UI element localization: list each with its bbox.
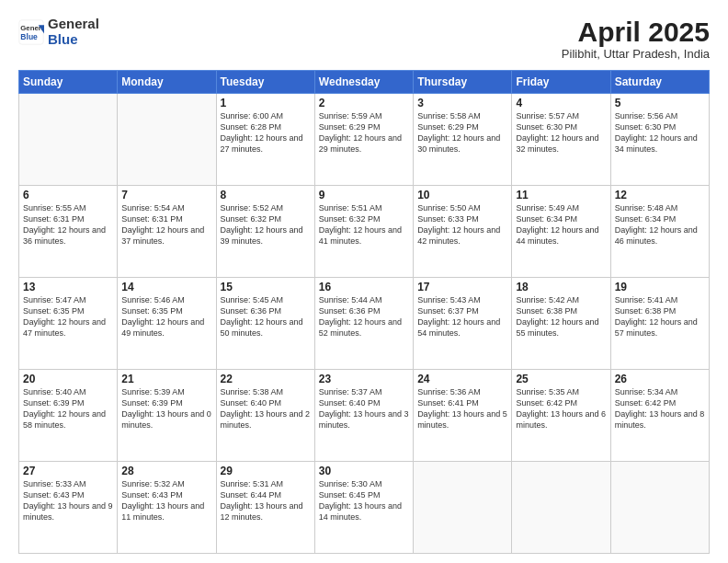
cell-day-number: 18 bbox=[516, 281, 606, 293]
cell-day-number: 16 bbox=[319, 281, 409, 293]
calendar-location: Pilibhit, Uttar Pradesh, India bbox=[562, 47, 710, 61]
cell-info: Sunrise: 5:49 AM Sunset: 6:34 PM Dayligh… bbox=[516, 202, 606, 247]
cell-info: Sunrise: 5:51 AM Sunset: 6:32 PM Dayligh… bbox=[319, 202, 409, 247]
calendar-cell: 11Sunrise: 5:49 AM Sunset: 6:34 PM Dayli… bbox=[512, 186, 610, 278]
calendar-cell bbox=[414, 462, 512, 554]
cell-info: Sunrise: 5:38 AM Sunset: 6:40 PM Dayligh… bbox=[221, 386, 311, 431]
title-area: April 2025 Pilibhit, Uttar Pradesh, Indi… bbox=[562, 17, 710, 61]
calendar-cell: 9Sunrise: 5:51 AM Sunset: 6:32 PM Daylig… bbox=[314, 186, 413, 278]
calendar-cell: 17Sunrise: 5:43 AM Sunset: 6:37 PM Dayli… bbox=[414, 278, 512, 370]
cell-info: Sunrise: 5:36 AM Sunset: 6:41 PM Dayligh… bbox=[417, 386, 507, 431]
cell-info: Sunrise: 5:34 AM Sunset: 6:42 PM Dayligh… bbox=[615, 386, 705, 431]
cell-day-number: 14 bbox=[121, 281, 211, 293]
cell-day-number: 17 bbox=[417, 281, 507, 293]
cell-info: Sunrise: 5:39 AM Sunset: 6:39 PM Dayligh… bbox=[121, 386, 211, 431]
cell-day-number: 22 bbox=[221, 373, 311, 385]
calendar-cell: 6Sunrise: 5:55 AM Sunset: 6:31 PM Daylig… bbox=[19, 186, 118, 278]
cell-day-number: 7 bbox=[121, 189, 211, 201]
calendar-cell: 22Sunrise: 5:38 AM Sunset: 6:40 PM Dayli… bbox=[216, 370, 314, 462]
calendar-cell: 15Sunrise: 5:45 AM Sunset: 6:36 PM Dayli… bbox=[216, 278, 314, 370]
cell-info: Sunrise: 5:45 AM Sunset: 6:36 PM Dayligh… bbox=[221, 294, 311, 339]
svg-text:Blue: Blue bbox=[20, 31, 38, 40]
cell-day-number: 28 bbox=[121, 465, 211, 477]
cell-day-number: 5 bbox=[615, 97, 705, 109]
cell-info: Sunrise: 5:31 AM Sunset: 6:44 PM Dayligh… bbox=[221, 478, 311, 523]
cell-info: Sunrise: 6:00 AM Sunset: 6:28 PM Dayligh… bbox=[221, 110, 311, 155]
cell-day-number: 3 bbox=[417, 97, 507, 109]
calendar-cell: 21Sunrise: 5:39 AM Sunset: 6:39 PM Dayli… bbox=[118, 370, 216, 462]
calendar-cell: 18Sunrise: 5:42 AM Sunset: 6:38 PM Dayli… bbox=[512, 278, 610, 370]
cell-day-number: 26 bbox=[615, 373, 705, 385]
calendar-cell: 26Sunrise: 5:34 AM Sunset: 6:42 PM Dayli… bbox=[610, 370, 709, 462]
cell-info: Sunrise: 5:59 AM Sunset: 6:29 PM Dayligh… bbox=[319, 110, 409, 155]
cell-day-number: 10 bbox=[417, 189, 507, 201]
cell-info: Sunrise: 5:55 AM Sunset: 6:31 PM Dayligh… bbox=[23, 202, 113, 247]
calendar-cell: 8Sunrise: 5:52 AM Sunset: 6:32 PM Daylig… bbox=[216, 186, 314, 278]
calendar-title: April 2025 bbox=[562, 17, 710, 47]
calendar-cell: 19Sunrise: 5:41 AM Sunset: 6:38 PM Dayli… bbox=[610, 278, 709, 370]
week-row-3: 13Sunrise: 5:47 AM Sunset: 6:35 PM Dayli… bbox=[19, 278, 710, 370]
cell-info: Sunrise: 5:40 AM Sunset: 6:39 PM Dayligh… bbox=[23, 386, 113, 431]
calendar-cell: 5Sunrise: 5:56 AM Sunset: 6:30 PM Daylig… bbox=[610, 94, 709, 186]
cell-day-number: 21 bbox=[121, 373, 211, 385]
calendar-cell bbox=[118, 94, 216, 186]
calendar-cell: 25Sunrise: 5:35 AM Sunset: 6:42 PM Dayli… bbox=[512, 370, 610, 462]
cell-info: Sunrise: 5:48 AM Sunset: 6:34 PM Dayligh… bbox=[615, 202, 705, 247]
weekday-header-wednesday: Wednesday bbox=[314, 71, 413, 94]
weekday-header-friday: Friday bbox=[512, 71, 610, 94]
logo-blue-text: Blue bbox=[48, 32, 99, 48]
calendar-cell: 20Sunrise: 5:40 AM Sunset: 6:39 PM Dayli… bbox=[19, 370, 118, 462]
cell-day-number: 1 bbox=[221, 97, 311, 109]
calendar-cell bbox=[512, 462, 610, 554]
weekday-header-sunday: Sunday bbox=[19, 71, 118, 94]
weekday-header-tuesday: Tuesday bbox=[216, 71, 314, 94]
cell-info: Sunrise: 5:54 AM Sunset: 6:31 PM Dayligh… bbox=[121, 202, 211, 247]
cell-day-number: 27 bbox=[23, 465, 113, 477]
calendar-cell: 29Sunrise: 5:31 AM Sunset: 6:44 PM Dayli… bbox=[216, 462, 314, 554]
weekday-header-thursday: Thursday bbox=[414, 71, 512, 94]
cell-day-number: 23 bbox=[319, 373, 409, 385]
cell-info: Sunrise: 5:56 AM Sunset: 6:30 PM Dayligh… bbox=[615, 110, 705, 155]
calendar-cell: 24Sunrise: 5:36 AM Sunset: 6:41 PM Dayli… bbox=[414, 370, 512, 462]
cell-info: Sunrise: 5:52 AM Sunset: 6:32 PM Dayligh… bbox=[221, 202, 311, 247]
cell-info: Sunrise: 5:44 AM Sunset: 6:36 PM Dayligh… bbox=[319, 294, 409, 339]
calendar-cell: 28Sunrise: 5:32 AM Sunset: 6:43 PM Dayli… bbox=[118, 462, 216, 554]
calendar-cell: 16Sunrise: 5:44 AM Sunset: 6:36 PM Dayli… bbox=[314, 278, 413, 370]
cell-info: Sunrise: 5:47 AM Sunset: 6:35 PM Dayligh… bbox=[23, 294, 113, 339]
cell-day-number: 25 bbox=[516, 373, 606, 385]
cell-info: Sunrise: 5:41 AM Sunset: 6:38 PM Dayligh… bbox=[615, 294, 705, 339]
page: General Blue General Blue April 2025 Pil… bbox=[0, 0, 728, 563]
cell-day-number: 29 bbox=[221, 465, 311, 477]
calendar-cell: 23Sunrise: 5:37 AM Sunset: 6:40 PM Dayli… bbox=[314, 370, 413, 462]
weekday-header-saturday: Saturday bbox=[610, 71, 709, 94]
cell-day-number: 12 bbox=[615, 189, 705, 201]
weekday-header-row: SundayMondayTuesdayWednesdayThursdayFrid… bbox=[19, 71, 710, 94]
logo-icon: General Blue bbox=[18, 19, 44, 45]
cell-day-number: 15 bbox=[221, 281, 311, 293]
cell-day-number: 6 bbox=[23, 189, 113, 201]
cell-info: Sunrise: 5:50 AM Sunset: 6:33 PM Dayligh… bbox=[417, 202, 507, 247]
cell-day-number: 19 bbox=[615, 281, 705, 293]
cell-day-number: 8 bbox=[221, 189, 311, 201]
week-row-2: 6Sunrise: 5:55 AM Sunset: 6:31 PM Daylig… bbox=[19, 186, 710, 278]
cell-day-number: 13 bbox=[23, 281, 113, 293]
calendar-cell: 27Sunrise: 5:33 AM Sunset: 6:43 PM Dayli… bbox=[19, 462, 118, 554]
cell-day-number: 24 bbox=[417, 373, 507, 385]
logo-general-text: General bbox=[48, 17, 99, 32]
cell-info: Sunrise: 5:32 AM Sunset: 6:43 PM Dayligh… bbox=[121, 478, 211, 523]
cell-day-number: 2 bbox=[319, 97, 409, 109]
cell-day-number: 4 bbox=[516, 97, 606, 109]
calendar-cell bbox=[610, 462, 709, 554]
calendar-cell: 1Sunrise: 6:00 AM Sunset: 6:28 PM Daylig… bbox=[216, 94, 314, 186]
cell-info: Sunrise: 5:43 AM Sunset: 6:37 PM Dayligh… bbox=[417, 294, 507, 339]
cell-info: Sunrise: 5:35 AM Sunset: 6:42 PM Dayligh… bbox=[516, 386, 606, 431]
week-row-5: 27Sunrise: 5:33 AM Sunset: 6:43 PM Dayli… bbox=[19, 462, 710, 554]
calendar-table: SundayMondayTuesdayWednesdayThursdayFrid… bbox=[18, 70, 710, 554]
cell-info: Sunrise: 5:33 AM Sunset: 6:43 PM Dayligh… bbox=[23, 478, 113, 523]
logo: General Blue General Blue bbox=[18, 17, 99, 47]
cell-info: Sunrise: 5:57 AM Sunset: 6:30 PM Dayligh… bbox=[516, 110, 606, 155]
calendar-cell: 4Sunrise: 5:57 AM Sunset: 6:30 PM Daylig… bbox=[512, 94, 610, 186]
header: General Blue General Blue April 2025 Pil… bbox=[18, 17, 710, 61]
cell-day-number: 11 bbox=[516, 189, 606, 201]
cell-day-number: 9 bbox=[319, 189, 409, 201]
